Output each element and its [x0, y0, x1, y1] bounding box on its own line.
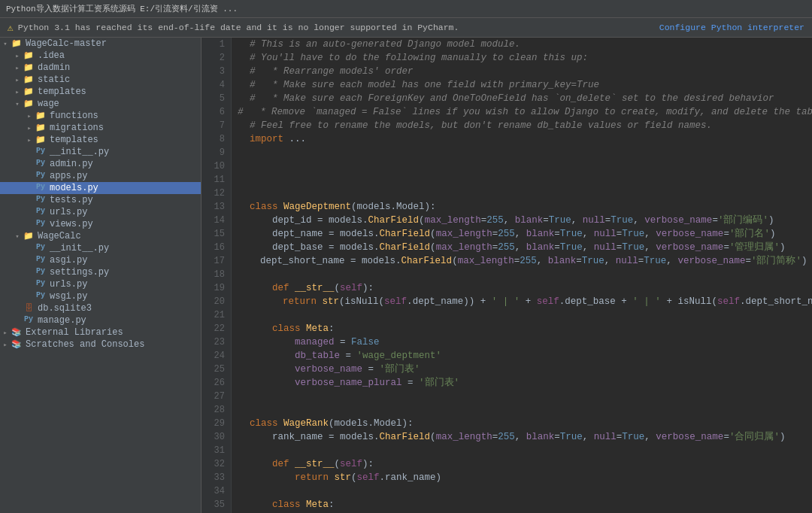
code-line: def __str__(self):	[238, 457, 806, 471]
sidebar-item-templates-top[interactable]: ▸📁templates	[0, 86, 201, 98]
sidebar-item-db-sqlite3[interactable]: 🗄db.sqlite3	[0, 302, 201, 314]
collapse-arrow: ▸	[0, 329, 11, 337]
code-text: class WageDeptment(models.Model):	[250, 200, 436, 214]
sidebar-item-settings-py[interactable]: Pysettings.py	[0, 266, 201, 278]
sidebar-item-manage-py[interactable]: Pymanage.py	[0, 314, 201, 326]
code-line: rank_name = models.CharField(max_length=…	[238, 430, 806, 444]
sidebar-item-tests-py[interactable]: Pytests.py	[0, 194, 201, 206]
item-label: settings.py	[50, 267, 109, 278]
line-number: 1	[208, 38, 225, 51]
collapse-arrow: ▸	[24, 112, 35, 120]
item-label: models.py	[50, 183, 98, 193]
item-label: templates	[50, 135, 98, 145]
item-label: manage.py	[38, 315, 86, 326]
sidebar-item-functions[interactable]: ▸📁functions	[0, 110, 201, 122]
folder-icon: 📁	[35, 111, 47, 121]
sidebar-item-dadmin[interactable]: ▸📁dadmin	[0, 62, 201, 74]
code-content: # This is an auto-generated Django model…	[232, 38, 812, 513]
ext-icon: 📚	[11, 339, 23, 350]
collapse-arrow: ▸	[24, 136, 35, 144]
line-number: 33	[208, 471, 225, 484]
line-number: 22	[208, 322, 225, 335]
python-file-icon: Py	[35, 183, 47, 193]
code-line	[238, 173, 806, 187]
code-line: # This is an auto-generated Django model…	[238, 38, 806, 51]
sidebar-item-static[interactable]: ▸📁static	[0, 74, 201, 86]
configure-python-link[interactable]: Configure Python interpreter	[659, 23, 804, 32]
code-line: # * Make sure each model has one field w…	[238, 78, 806, 92]
sidebar-item-admin-py[interactable]: Pyadmin.py	[0, 158, 201, 170]
code-text: dept_base = models.CharField(max_length=…	[250, 241, 785, 254]
code-text: # * Make sure each ForeignKey and OneToO…	[250, 92, 774, 105]
line-number: 29	[208, 417, 225, 430]
line-number: 8	[208, 132, 225, 146]
code-line: db_table = 'wage_deptment'	[238, 349, 806, 363]
code-text: dept_short_name = models.CharField(max_l…	[238, 254, 807, 268]
sidebar-item-urls-py2[interactable]: Pyurls.py	[0, 278, 201, 290]
code-line: dept_short_name = models.CharField(max_l…	[238, 254, 806, 268]
line-number: 31	[208, 444, 225, 457]
item-label: __init__.py	[50, 243, 109, 253]
expand-arrow: ▾	[12, 232, 23, 241]
code-line	[238, 444, 806, 457]
item-label: db.sqlite3	[38, 303, 92, 314]
sidebar-item-asgi-py[interactable]: Pyasgi.py	[0, 254, 201, 266]
code-text: rank_name = models.CharField(max_length=…	[250, 430, 785, 444]
warning-icon: ⚠	[8, 22, 14, 34]
main-area: ▾📁WageCalc-master▸📁.idea▸📁dadmin▸📁static…	[0, 38, 812, 513]
item-label: urls.py	[50, 279, 87, 290]
item-label: urls.py	[50, 207, 87, 217]
file-tree: ▾📁WageCalc-master▸📁.idea▸📁dadmin▸📁static…	[0, 38, 201, 513]
item-label: apps.py	[50, 171, 87, 181]
python-file-icon: Py	[35, 195, 47, 205]
code-line: # * Rearrange models' order	[238, 65, 806, 78]
line-number: 3	[208, 65, 225, 78]
sidebar-item-init-py[interactable]: Py__init__.py	[0, 146, 201, 158]
code-text: verbose_name_plural = '部门表'	[250, 376, 459, 390]
line-number: 28	[208, 403, 225, 417]
collapse-arrow: ▸	[12, 52, 23, 60]
sidebar-item-wage[interactable]: ▾📁wage	[0, 98, 201, 110]
root-folder-icon: 📁	[11, 38, 23, 49]
code-line: import ...	[238, 132, 806, 146]
code-area: 1234567891011121314151617181920212223242…	[201, 38, 812, 513]
code-text: db_table = 'wage_deptment'	[250, 349, 441, 363]
python-file-icon: Py	[35, 279, 47, 290]
sidebar-item-migrations[interactable]: ▸📁migrations	[0, 122, 201, 134]
sidebar-item-models-py[interactable]: Pymodels.py	[0, 182, 201, 194]
code-editor[interactable]: 1234567891011121314151617181920212223242…	[201, 38, 812, 513]
expand-arrow: ▾	[0, 40, 11, 48]
line-number: 23	[208, 335, 225, 349]
sidebar-item-wsgi-py[interactable]: Pywsgi.py	[0, 290, 201, 302]
code-line	[238, 187, 806, 200]
sidebar-item-wagecalc-master[interactable]: ▾📁WageCalc-master	[0, 38, 201, 50]
code-text: import ...	[250, 132, 306, 146]
code-line	[238, 268, 806, 281]
sidebar-item-urls-py[interactable]: Pyurls.py	[0, 206, 201, 218]
sidebar-item-idea[interactable]: ▸📁.idea	[0, 50, 201, 62]
sidebar-item-init-py2[interactable]: Py__init__.py	[0, 242, 201, 254]
item-label: dadmin	[38, 62, 70, 73]
sidebar-item-apps-py[interactable]: Pyapps.py	[0, 170, 201, 182]
sidebar-item-scratches[interactable]: ▸📚Scratches and Consoles	[0, 338, 201, 351]
sidebar-item-wagecalc[interactable]: ▾📁WageCalc	[0, 230, 201, 242]
code-line: dept_base = models.CharField(max_length=…	[238, 241, 806, 254]
code-line: verbose_name_plural = '部门表'	[238, 376, 806, 390]
sidebar-item-ext-libs[interactable]: ▸📚External Libraries	[0, 326, 201, 338]
code-text: # This is an auto-generated Django model…	[250, 38, 520, 51]
code-text: class WageRank(models.Model):	[250, 417, 414, 430]
line-number: 4	[208, 78, 225, 92]
code-line: class Meta:	[238, 498, 806, 511]
line-number: 19	[208, 281, 225, 295]
line-number: 7	[208, 119, 225, 132]
code-line	[238, 484, 806, 498]
line-number: 35	[208, 498, 225, 511]
sidebar-item-templates-wage[interactable]: ▸📁templates	[0, 134, 201, 146]
code-line	[238, 403, 806, 417]
folder-icon: 📁	[35, 123, 47, 133]
code-text: # * Make sure each model has one field w…	[250, 78, 599, 92]
line-number: 2	[208, 51, 225, 65]
code-line: verbose_name = '部门表'	[238, 363, 806, 376]
sidebar-item-views-py[interactable]: Pyviews.py	[0, 218, 201, 230]
db-file-icon: 🗄	[23, 303, 35, 314]
